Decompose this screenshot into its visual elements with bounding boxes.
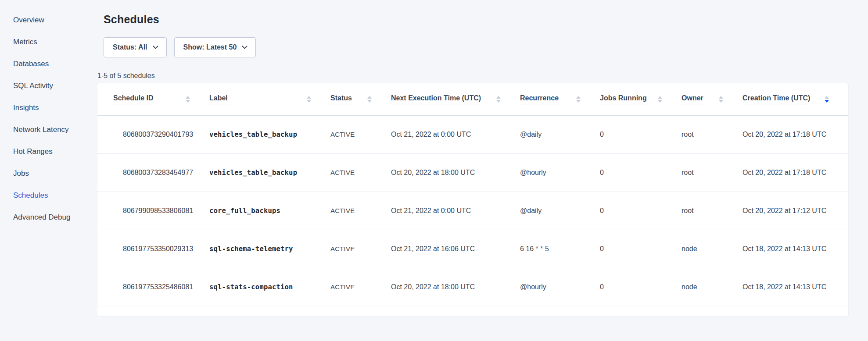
sort-icon: [496, 96, 501, 103]
sidebar-item-insights[interactable]: Insights: [0, 103, 97, 112]
cell-next-execution: Oct 21, 2022 at 0:00 UTC: [391, 115, 520, 153]
cell-schedule-id: 806197753350029313: [97, 230, 209, 268]
table-row: 806800373283454977 vehicles_table_backup…: [97, 153, 848, 192]
cell-status: ACTIVE: [330, 192, 391, 230]
cell-owner: root: [681, 192, 742, 230]
sort-icon: [186, 96, 190, 103]
sort-icon: [367, 96, 372, 103]
cell-creation-time: Oct 18, 2022 at 14:13 UTC: [742, 268, 848, 306]
status-filter-label: Status: All: [113, 43, 147, 51]
table-row: 806799098533806081 core_full_backups ACT…: [97, 192, 848, 230]
column-header-next-execution[interactable]: Next Execution Time (UTC): [391, 83, 520, 115]
cell-next-execution: Oct 20, 2022 at 18:00 UTC: [391, 153, 520, 192]
table-row: 806197753350029313 sql-schema-telemetry …: [97, 230, 848, 268]
sidebar-item-jobs[interactable]: Jobs: [0, 169, 97, 178]
sidebar: Overview Metrics Databases SQL Activity …: [0, 0, 97, 341]
cell-label: sql-stats-compaction: [209, 268, 330, 306]
cell-schedule-id: 806799098533806081: [97, 192, 209, 230]
cell-creation-time: Oct 20, 2022 at 17:18 UTC: [742, 115, 848, 153]
status-filter-dropdown[interactable]: Status: All: [104, 37, 167, 57]
cell-jobs-running: 0: [600, 192, 681, 230]
cell-recurrence: @hourly: [520, 268, 600, 306]
filter-bar: Status: All Show: Latest 50: [104, 37, 848, 57]
sort-icon: [719, 96, 723, 103]
cell-label: sql-schema-telemetry: [209, 230, 330, 268]
column-header-creation-time[interactable]: Creation Time (UTC): [742, 83, 848, 115]
sidebar-item-schedules[interactable]: Schedules: [0, 191, 97, 199]
cell-owner: root: [681, 153, 742, 192]
cell-jobs-running: 0: [600, 153, 681, 192]
sort-icon: [825, 96, 829, 103]
sidebar-item-sql-activity[interactable]: SQL Activity: [0, 82, 97, 90]
column-header-owner[interactable]: Owner: [681, 83, 742, 115]
show-filter-label: Show: Latest 50: [183, 43, 237, 51]
cell-recurrence: @daily: [520, 192, 600, 230]
cell-owner: root: [681, 115, 742, 153]
column-header-status[interactable]: Status: [330, 83, 391, 115]
cell-status: ACTIVE: [330, 268, 391, 306]
results-summary: 1-5 of 5 schedules: [97, 72, 848, 80]
cell-owner: node: [681, 268, 742, 306]
sidebar-item-hot-ranges[interactable]: Hot Ranges: [0, 147, 97, 156]
cell-status: ACTIVE: [330, 153, 391, 192]
cell-creation-time: Oct 20, 2022 at 17:18 UTC: [742, 153, 848, 192]
sidebar-item-metrics[interactable]: Metrics: [0, 38, 97, 46]
column-header-recurrence[interactable]: Recurrence: [520, 83, 600, 115]
sidebar-item-overview[interactable]: Overview: [0, 16, 97, 24]
sort-icon: [658, 96, 662, 103]
cell-jobs-running: 0: [600, 115, 681, 153]
cell-jobs-running: 0: [600, 230, 681, 268]
column-header-jobs-running[interactable]: Jobs Running: [600, 83, 681, 115]
column-header-label[interactable]: Label: [209, 83, 330, 115]
cell-label: core_full_backups: [209, 192, 330, 230]
cell-recurrence: 6 16 * * 5: [520, 230, 600, 268]
sort-icon: [576, 96, 581, 103]
show-filter-dropdown[interactable]: Show: Latest 50: [174, 37, 256, 57]
column-header-schedule-id[interactable]: Schedule ID: [97, 83, 209, 115]
cell-jobs-running: 0: [600, 268, 681, 306]
cell-status: ACTIVE: [330, 230, 391, 268]
cell-owner: node: [681, 230, 742, 268]
table-row: 806197753325486081 sql-stats-compaction …: [97, 268, 848, 306]
cell-schedule-id: 806800373283454977: [97, 153, 209, 192]
cell-status: ACTIVE: [330, 115, 391, 153]
main-content: Schedules Status: All Show: Latest 50 1-…: [97, 0, 868, 341]
chevron-down-icon: [242, 43, 247, 49]
cell-next-execution: Oct 21, 2022 at 16:06 UTC: [391, 230, 520, 268]
cell-label: vehicles_table_backup: [209, 115, 330, 153]
sidebar-item-databases[interactable]: Databases: [0, 60, 97, 68]
cell-next-execution: Oct 20, 2022 at 18:00 UTC: [391, 268, 520, 306]
sidebar-nav-list: Overview Metrics Databases SQL Activity …: [0, 16, 97, 221]
page-title: Schedules: [104, 13, 848, 26]
cell-creation-time: Oct 20, 2022 at 17:12 UTC: [742, 192, 848, 230]
schedules-table: Schedule ID Label Status Next Execution …: [97, 83, 848, 306]
cell-schedule-id: 806197753325486081: [97, 268, 209, 306]
cell-label: vehicles_table_backup: [209, 153, 330, 192]
cell-schedule-id: 806800373290401793: [97, 115, 209, 153]
table-header-row: Schedule ID Label Status Next Execution …: [97, 83, 848, 115]
cell-next-execution: Oct 21, 2022 at 0:00 UTC: [391, 192, 520, 230]
schedules-table-card: Schedule ID Label Status Next Execution …: [97, 83, 848, 316]
sidebar-item-advanced-debug[interactable]: Advanced Debug: [0, 213, 97, 221]
sidebar-item-network-latency[interactable]: Network Latency: [0, 125, 97, 134]
table-row: 806800373290401793 vehicles_table_backup…: [97, 115, 848, 153]
chevron-down-icon: [153, 43, 158, 49]
sort-icon: [307, 96, 311, 103]
cell-recurrence: @hourly: [520, 153, 600, 192]
cell-creation-time: Oct 18, 2022 at 14:13 UTC: [742, 230, 848, 268]
cell-recurrence: @daily: [520, 115, 600, 153]
